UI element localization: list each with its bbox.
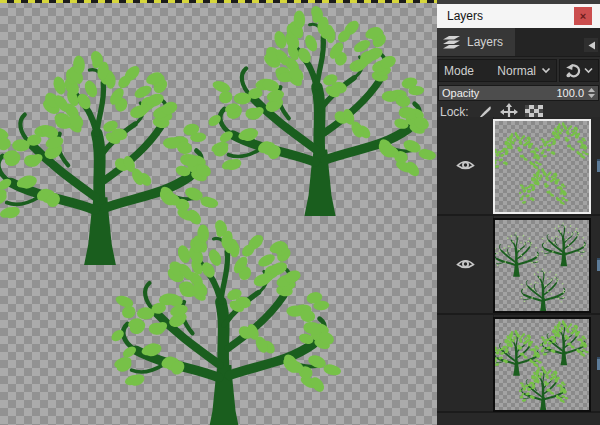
visibility-toggle[interactable] (437, 315, 494, 411)
left-triangle-icon (587, 40, 596, 51)
layer-row[interactable] (437, 315, 600, 413)
canvas-artwork (0, 0, 437, 425)
tab-layers[interactable]: Layers (437, 28, 515, 56)
mode-value: Normal (497, 64, 536, 78)
dialog-title: Layers (447, 9, 483, 23)
chevron-down-icon (584, 67, 593, 74)
layer-thumbnail[interactable] (493, 119, 591, 214)
layers-stack-icon (441, 34, 462, 50)
mode-dropdown[interactable]: Mode Normal (438, 59, 557, 82)
opacity-label: Opacity (442, 87, 479, 99)
eye-icon (456, 258, 475, 271)
layer-thumbnail[interactable] (493, 317, 591, 412)
eye-icon (456, 159, 475, 172)
chevron-down-icon (541, 67, 551, 74)
mode-label: Mode (444, 64, 474, 78)
dock-tab-bar: Layers (437, 28, 600, 57)
circular-arrow-icon (565, 63, 581, 79)
opacity-value: 100.0 (556, 87, 584, 99)
close-icon: × (580, 10, 586, 22)
close-button[interactable]: × (574, 7, 592, 25)
image-canvas[interactable] (0, 0, 437, 425)
mode-row: Mode Normal (438, 59, 599, 82)
up-down-spinner-icon[interactable] (588, 88, 595, 98)
layer-row[interactable] (437, 216, 600, 315)
layer-list (437, 117, 600, 425)
layers-panel: Layers × Layers Mode (437, 0, 600, 425)
opacity-slider[interactable]: Opacity 100.0 (438, 85, 599, 101)
layer-list-filler (437, 413, 600, 425)
layer-thumbnail[interactable] (493, 218, 591, 313)
gimp-layers-dialog: Layers × Layers Mode (0, 0, 600, 425)
tab-menu-button[interactable] (584, 38, 598, 52)
visibility-toggle[interactable] (437, 216, 494, 313)
layer-boundary-dashes (0, 0, 437, 3)
layer-row[interactable] (437, 117, 600, 216)
visibility-toggle[interactable] (437, 117, 494, 214)
tab-label: Layers (467, 35, 503, 49)
dialog-titlebar[interactable]: Layers × (437, 4, 600, 28)
mode-switch-button[interactable] (559, 59, 599, 82)
